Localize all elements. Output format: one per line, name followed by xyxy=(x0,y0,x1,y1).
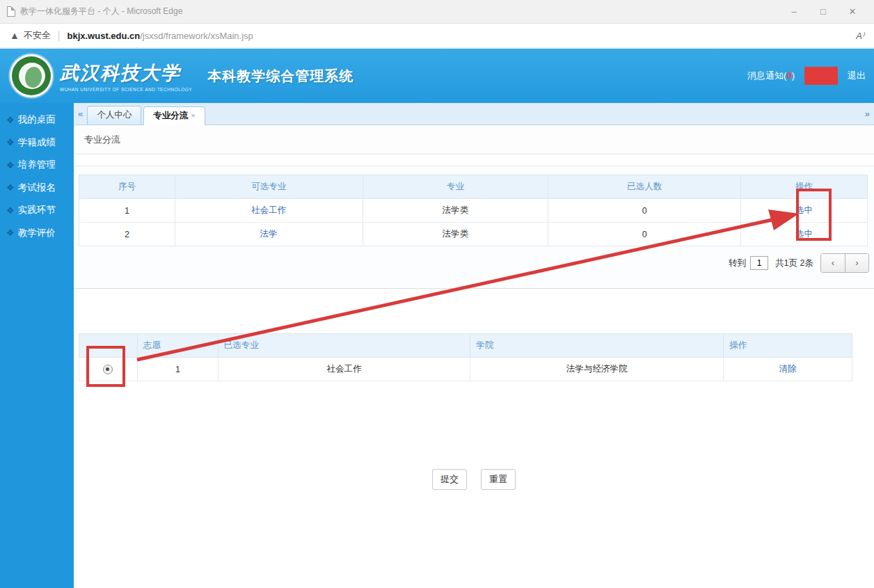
submit-button[interactable]: 提交 xyxy=(432,469,467,490)
sidebar-item-label: 实践环节 xyxy=(18,204,56,216)
form-buttons: 提交 重置 xyxy=(74,469,874,490)
system-title: 本科教学综合管理系统 xyxy=(207,67,353,86)
col-header-chosen-major: 已选专业 xyxy=(218,334,470,358)
minimize-button[interactable]: – xyxy=(779,6,809,17)
sidebar: ❖ 我的桌面 ❖ 学籍成绩 ❖ 培养管理 ❖ 考试报名 ❖ 实践环节 ❖ 教学评… xyxy=(0,103,74,588)
major-link[interactable]: 社会工作 xyxy=(251,205,286,215)
majors-panel: 序号 可选专业 专业 已选人数 操作 1 社会工作 法学类 0 选中 2 xyxy=(74,166,874,289)
sidebar-item-label: 学籍成绩 xyxy=(18,136,56,149)
cell-action: 清除 xyxy=(724,358,852,381)
address-bar[interactable]: ▲ 不安全 | bkjx.wust.edu.cn/jsxsd/framework… xyxy=(0,24,874,49)
major-link[interactable]: 法学 xyxy=(260,229,278,239)
pagination: 转到 共1页 2条 ‹ › xyxy=(79,253,869,273)
sidebar-item-exam-registration[interactable]: ❖ 考试报名 xyxy=(0,177,74,200)
security-label[interactable]: 不安全 xyxy=(24,29,51,42)
notice-prefix: 消息通知( xyxy=(747,70,786,81)
close-button[interactable]: ✕ xyxy=(838,6,867,17)
layers-icon: ❖ xyxy=(6,115,15,125)
select-link[interactable]: 选中 xyxy=(795,205,813,215)
page-title: 专业分流 xyxy=(74,125,874,154)
clear-link[interactable]: 清除 xyxy=(779,364,797,374)
cell-category: 法学类 xyxy=(363,199,548,223)
layers-icon: ❖ xyxy=(6,228,15,238)
message-notice-link[interactable]: 消息通知(0) xyxy=(747,70,795,82)
prev-page-button[interactable]: ‹ xyxy=(821,254,845,272)
browser-titlebar: 教学一体化服务平台 - 个人 - Microsoft Edge – □ ✕ xyxy=(0,0,874,24)
tab-label: 专业分流 xyxy=(153,111,188,120)
notice-count: 0 xyxy=(786,70,791,81)
cell-category: 法学类 xyxy=(363,223,548,246)
window-controls: – □ ✕ xyxy=(779,6,867,17)
tabs-scroll-right-icon[interactable]: » xyxy=(861,109,874,119)
app-header: 武汉科技大学 WUHAN UNIVERSITY OF SCIENCE AND T… xyxy=(0,49,874,103)
app-frame: ❖ 我的桌面 ❖ 学籍成绩 ❖ 培养管理 ❖ 考试报名 ❖ 实践环节 ❖ 教学评… xyxy=(0,103,874,588)
main-content: « 个人中心 专业分流× » 专业分流 序号 可选专业 专业 已选人数 操作 xyxy=(74,103,874,588)
goto-page-input[interactable] xyxy=(750,256,768,270)
maximize-button[interactable]: □ xyxy=(809,6,838,17)
cell-college: 法学与经济学院 xyxy=(470,358,724,381)
cell-rank: 1 xyxy=(137,358,218,381)
majors-table: 序号 可选专业 专业 已选人数 操作 1 社会工作 法学类 0 选中 2 xyxy=(79,175,868,246)
address-separator: | xyxy=(58,30,61,41)
sidebar-item-grades[interactable]: ❖ 学籍成绩 xyxy=(0,132,74,154)
col-header-selectable-major: 可选专业 xyxy=(175,175,363,199)
col-header-action: 操作 xyxy=(741,175,868,199)
reset-button[interactable]: 重置 xyxy=(481,469,516,490)
layers-icon: ❖ xyxy=(6,182,15,193)
header-right: 消息通知(0) 退出 xyxy=(747,67,866,85)
table-header-row: 序号 可选专业 专业 已选人数 操作 xyxy=(79,175,868,199)
cell-action: 选中 xyxy=(741,223,868,246)
col-header-action: 操作 xyxy=(724,334,852,358)
notice-suffix: ) xyxy=(792,70,795,81)
cell-count: 0 xyxy=(548,223,741,246)
logout-button[interactable]: 退出 xyxy=(848,70,866,82)
cell-index: 2 xyxy=(79,223,175,246)
cell-major: 法学 xyxy=(175,223,363,246)
sidebar-item-label: 培养管理 xyxy=(18,159,56,171)
redacted-username-box xyxy=(804,67,838,85)
layers-icon: ❖ xyxy=(6,137,15,148)
sidebar-item-my-desktop[interactable]: ❖ 我的桌面 xyxy=(0,109,74,132)
col-header-preference: 志愿 xyxy=(137,334,218,358)
url-path: /jsxsd/framework/xsMain.jsp xyxy=(140,31,253,41)
table-row: 2 法学 法学类 0 选中 xyxy=(79,223,868,246)
next-page-button[interactable]: › xyxy=(845,254,868,272)
tab-close-icon[interactable]: × xyxy=(191,111,195,120)
selection-table: 志愿 已选专业 学院 操作 1 社会工作 法学与经济学院 清除 xyxy=(79,333,852,381)
cell-count: 0 xyxy=(548,199,741,223)
page-icon xyxy=(7,6,15,17)
cell-index: 1 xyxy=(79,199,175,223)
layers-icon: ❖ xyxy=(6,160,15,170)
table-header-row: 志愿 已选专业 学院 操作 xyxy=(79,334,852,358)
sidebar-item-label: 考试报名 xyxy=(18,182,56,194)
tab-bar: « 个人中心 专业分流× » xyxy=(74,103,874,125)
sidebar-item-training[interactable]: ❖ 培养管理 xyxy=(0,154,74,177)
col-header-index: 序号 xyxy=(79,175,175,199)
select-link[interactable]: 选中 xyxy=(795,229,813,239)
sidebar-item-practice[interactable]: ❖ 实践环节 xyxy=(0,199,74,222)
preference-radio-selected[interactable] xyxy=(103,365,113,374)
sidebar-item-label: 我的桌面 xyxy=(18,113,56,126)
university-english-name: WUHAN UNIVERSITY OF SCIENCE AND TECHNOLO… xyxy=(60,87,192,92)
layers-icon: ❖ xyxy=(6,205,15,216)
pagination-buttons: ‹ › xyxy=(820,253,869,273)
read-aloud-icon[interactable]: A⁾ xyxy=(856,31,864,41)
university-logo xyxy=(10,54,53,97)
window-title: 教学一体化服务平台 - 个人 - Microsoft Edge xyxy=(20,6,182,17)
url-domain: bkjx.wust.edu.cn xyxy=(67,31,141,41)
cell-major: 社会工作 xyxy=(218,358,470,381)
col-header-selected-count: 已选人数 xyxy=(548,175,741,199)
sidebar-item-teaching-evaluation[interactable]: ❖ 教学评价 xyxy=(0,222,74,245)
tab-major-diversion[interactable]: 专业分流× xyxy=(143,106,205,125)
cell-major: 社会工作 xyxy=(175,199,363,223)
goto-label: 转到 xyxy=(729,257,746,269)
col-header-major-category: 专业 xyxy=(363,175,548,199)
tabs-scroll-left-icon[interactable]: « xyxy=(74,109,87,119)
university-name: 武汉科技大学 xyxy=(60,61,192,86)
url-field[interactable]: bkjx.wust.edu.cn/jsxsd/framework/xsMain.… xyxy=(67,31,253,41)
tab-label: 个人中心 xyxy=(97,110,132,120)
tab-personal-center[interactable]: 个人中心 xyxy=(87,106,141,125)
col-header-radio xyxy=(79,334,138,358)
sidebar-item-label: 教学评价 xyxy=(18,227,56,239)
col-header-college: 学院 xyxy=(470,334,724,358)
